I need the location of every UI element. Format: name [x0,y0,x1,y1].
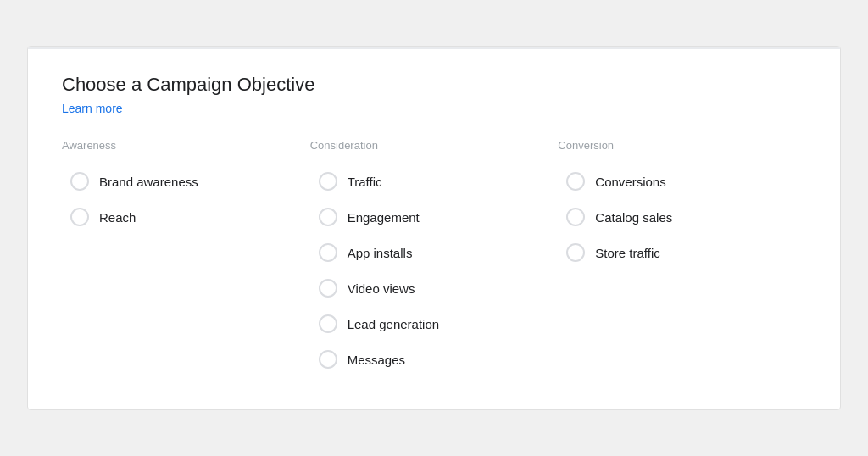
option-label-brand-awareness: Brand awareness [99,175,198,189]
top-border-decoration [28,47,840,49]
option-item-conversions[interactable]: Conversions [558,165,806,197]
radio-store-traffic [566,243,585,262]
option-item-lead-generation[interactable]: Lead generation [310,308,559,340]
column-header-awareness: Awareness [62,139,310,152]
option-item-reach[interactable]: Reach [62,201,310,233]
radio-traffic [319,172,337,191]
option-list-awareness: Brand awarenessReach [62,165,310,233]
learn-more-link[interactable]: Learn more [62,102,123,115]
option-label-traffic: Traffic [348,175,382,189]
option-label-reach: Reach [99,210,136,225]
radio-app-installs [319,243,337,262]
option-label-app-installs: App installs [348,246,413,260]
radio-reach [70,208,89,226]
radio-video-views [319,279,337,298]
radio-brand-awareness [70,172,89,191]
column-conversion: ConversionConversionsCatalog salesStore … [558,139,806,375]
option-list-consideration: TrafficEngagementApp installsVideo views… [310,165,559,375]
option-item-engagement[interactable]: Engagement [310,201,559,233]
column-consideration: ConsiderationTrafficEngagementApp instal… [310,139,559,375]
option-list-conversion: ConversionsCatalog salesStore traffic [558,165,806,269]
option-label-catalog-sales: Catalog sales [595,210,672,225]
radio-lead-generation [319,314,337,333]
option-label-lead-generation: Lead generation [348,317,439,331]
column-header-consideration: Consideration [310,139,559,152]
radio-conversions [566,172,585,191]
columns-container: AwarenessBrand awarenessReachConsiderati… [62,139,806,375]
column-awareness: AwarenessBrand awarenessReach [62,139,310,375]
option-item-messages[interactable]: Messages [310,343,559,375]
campaign-objective-card: Choose a Campaign Objective Learn more A… [27,46,841,410]
page-title: Choose a Campaign Objective [62,74,806,96]
radio-engagement [319,208,337,226]
option-item-catalog-sales[interactable]: Catalog sales [558,201,806,233]
radio-messages [319,350,337,369]
option-item-video-views[interactable]: Video views [310,272,559,304]
option-item-store-traffic[interactable]: Store traffic [558,236,806,269]
radio-catalog-sales [566,208,585,226]
option-label-messages: Messages [348,353,405,367]
column-header-conversion: Conversion [558,139,806,152]
option-label-engagement: Engagement [348,210,420,225]
option-label-conversions: Conversions [595,175,665,189]
option-item-traffic[interactable]: Traffic [310,165,559,197]
option-label-video-views: Video views [348,281,415,296]
option-item-app-installs[interactable]: App installs [310,236,559,269]
option-item-brand-awareness[interactable]: Brand awareness [62,165,310,197]
option-label-store-traffic: Store traffic [595,246,659,260]
